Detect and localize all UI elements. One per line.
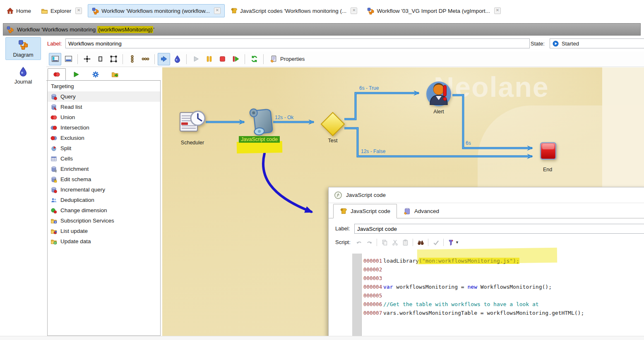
palette-item-label: Union	[60, 114, 75, 120]
code-line: 000006//Get the table with workflows to …	[329, 300, 644, 309]
palette-tab-icon	[53, 71, 60, 78]
window-bottom-edge	[0, 336, 644, 340]
play-icon	[192, 55, 200, 63]
state-field[interactable]: Started	[550, 38, 644, 48]
pause-button[interactable]	[203, 53, 215, 65]
tab-icon	[367, 7, 374, 14]
paste-button[interactable]	[401, 238, 410, 247]
stop-button[interactable]	[216, 53, 228, 65]
palette-item[interactable]: Read list	[48, 102, 160, 112]
tab[interactable]: Workflow '03_VG Import DP Meta (vgImport…	[363, 4, 505, 17]
zoom-selection-button[interactable]	[107, 53, 120, 65]
palette-item[interactable]: Subscription Services	[48, 215, 160, 226]
dialog-script-caption: Script:	[335, 239, 351, 245]
palette-item-icon	[50, 238, 57, 245]
sidebar-view-icon	[18, 67, 28, 77]
workflow-title: Workflow 'Workflows monitoring (workflow…	[17, 26, 154, 33]
tab[interactable]: JavaScript codes 'Workflows monitoring (…	[226, 4, 361, 17]
play-button[interactable]	[190, 53, 202, 65]
template-dropdown-button[interactable]: ▼	[447, 238, 460, 247]
journal-button[interactable]	[171, 53, 183, 65]
tab[interactable]: Workflow 'Workflows monitoring (workflow…	[88, 4, 225, 17]
sidebar-view-button[interactable]: Diagram	[5, 37, 41, 60]
find-button[interactable]	[416, 238, 425, 247]
dialog-tab[interactable]: Advanced	[397, 204, 446, 218]
scheduler-node-label: Scheduler	[172, 140, 213, 146]
palette-tab[interactable]	[48, 68, 66, 80]
toggle-overview-button[interactable]	[62, 53, 74, 65]
toolbar-separator	[186, 54, 187, 64]
refresh-button[interactable]	[248, 53, 260, 65]
palette-item[interactable]: Query	[48, 91, 160, 102]
cut-button[interactable]	[390, 238, 399, 247]
javascript-node-label: JavaScript code	[239, 136, 280, 143]
dialog-tab[interactable]: JavaScript code	[333, 204, 397, 218]
redo-button[interactable]	[365, 238, 374, 247]
workflow-label-input[interactable]	[65, 38, 530, 48]
sidebar-view-icon	[18, 40, 28, 50]
properties-label: Properties	[280, 56, 305, 62]
find-icon	[417, 239, 424, 246]
tab-label: Home	[16, 8, 31, 14]
palette-category-header: Targeting	[48, 81, 160, 91]
palette-item[interactable]: Change dimension	[48, 205, 160, 215]
test-node-label: Test	[320, 138, 346, 144]
script-editor[interactable]: 000001loadLibrary("mon:workflowsMonitori…	[329, 254, 644, 340]
palette-tab[interactable]	[67, 68, 85, 80]
horizontal-link-button[interactable]	[139, 53, 151, 65]
palette-item[interactable]: Exclusion	[48, 133, 160, 143]
fit-diagram-button[interactable]	[81, 53, 93, 65]
vertical-link-button[interactable]	[126, 53, 138, 65]
copy-icon	[381, 239, 388, 246]
dialog-label-input[interactable]	[354, 224, 644, 234]
pause-icon	[205, 55, 213, 63]
toolbar-separator	[77, 54, 78, 64]
zoom-selection-icon	[110, 55, 118, 63]
scheduler-node[interactable]	[179, 109, 206, 135]
alert-node[interactable]	[425, 78, 452, 109]
sidebar-view-button[interactable]: Journal	[5, 64, 41, 87]
properties-button[interactable]: Properties	[267, 53, 308, 65]
close-icon[interactable]: ✕	[214, 7, 221, 14]
palette-item[interactable]: Union	[48, 112, 160, 122]
start-workflow-button[interactable]	[158, 53, 170, 65]
palette-item-label: List update	[60, 228, 88, 234]
end-node[interactable]	[539, 142, 557, 162]
validate-button[interactable]	[431, 238, 440, 247]
tab[interactable]: Home ✕	[2, 4, 35, 17]
script-toolbar: ▼	[354, 237, 460, 248]
dialog-label-row: Label:	[329, 222, 644, 235]
palette-item[interactable]: List update	[48, 226, 160, 236]
restart-button[interactable]	[229, 53, 242, 65]
javascript-activity-icon	[334, 191, 342, 199]
dialog-tab-icon	[340, 208, 347, 215]
palette-item[interactable]: Intersection	[48, 122, 160, 133]
palette-tab[interactable]	[106, 68, 124, 80]
copy-button[interactable]	[380, 238, 389, 247]
javascript-code-dialog: JavaScript code JavaScript code Advanced…	[328, 187, 644, 340]
toggle-palette-button[interactable]	[49, 53, 61, 65]
close-icon[interactable]: ✕	[494, 7, 501, 14]
redo-icon	[366, 239, 373, 246]
palette-item[interactable]: Incremental query	[48, 184, 160, 195]
palette-item-label: Read list	[60, 104, 82, 110]
palette-item[interactable]: Split	[48, 143, 160, 153]
tab-label: Workflow 'Workflows monitoring (workflow…	[101, 8, 210, 14]
tab[interactable]: Explorer ✕	[37, 4, 86, 17]
test-node[interactable]	[320, 112, 345, 138]
palette-tab[interactable]	[87, 68, 105, 80]
toolbar-separator	[443, 239, 444, 246]
palette-item[interactable]: Enrichment	[48, 164, 160, 174]
palette-item-icon	[50, 207, 57, 214]
transition-label-ok: 12s - Ok	[275, 115, 293, 120]
close-icon[interactable]: ✕	[351, 7, 357, 14]
close-icon[interactable]: ✕	[75, 7, 82, 14]
undo-button[interactable]	[354, 238, 363, 247]
actual-size-button[interactable]	[94, 53, 106, 65]
palette-item[interactable]: Cells	[48, 153, 160, 164]
javascript-code-node[interactable]	[249, 106, 274, 138]
palette-item[interactable]: Update data	[48, 236, 160, 247]
palette-item[interactable]: Edit schema	[48, 174, 160, 184]
palette-item[interactable]: Deduplication	[48, 195, 160, 205]
actual-size-icon	[96, 55, 104, 63]
